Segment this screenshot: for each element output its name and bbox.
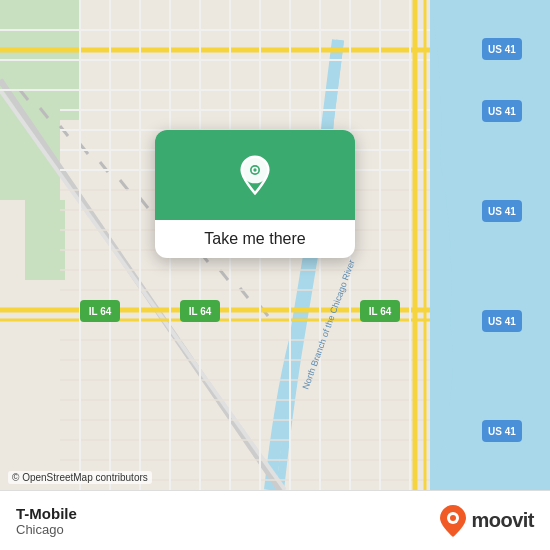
svg-text:IL 64: IL 64 — [89, 306, 112, 317]
svg-text:US 41: US 41 — [488, 316, 516, 327]
map-view[interactable]: US 41 US 41 US 41 US 41 US 41 IL 64 IL 6… — [0, 0, 550, 490]
location-city: Chicago — [16, 522, 77, 537]
bottom-bar: T-Mobile Chicago moovit — [0, 490, 550, 550]
take-me-there-label: Take me there — [204, 230, 305, 247]
svg-text:US 41: US 41 — [488, 426, 516, 437]
moovit-text: moovit — [471, 509, 534, 532]
popup-header — [155, 130, 355, 220]
svg-text:US 41: US 41 — [488, 106, 516, 117]
moovit-icon — [439, 504, 467, 538]
map-attribution: © OpenStreetMap contributors — [8, 471, 152, 484]
svg-text:IL 64: IL 64 — [369, 306, 392, 317]
popup-card[interactable]: Take me there — [155, 130, 355, 258]
svg-text:US 41: US 41 — [488, 44, 516, 55]
location-pin-icon — [235, 155, 275, 195]
svg-text:IL 64: IL 64 — [189, 306, 212, 317]
svg-point-78 — [450, 515, 456, 521]
location-info: T-Mobile Chicago — [16, 505, 77, 537]
location-name: T-Mobile — [16, 505, 77, 522]
svg-point-76 — [253, 168, 256, 171]
popup-action[interactable]: Take me there — [155, 220, 355, 258]
svg-text:US 41: US 41 — [488, 206, 516, 217]
svg-rect-4 — [25, 200, 65, 280]
moovit-logo: moovit — [439, 504, 534, 538]
